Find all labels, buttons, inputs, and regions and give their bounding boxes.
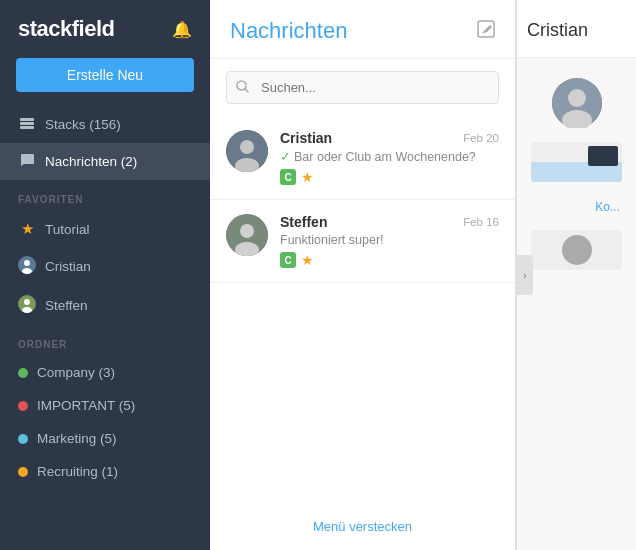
bell-icon[interactable]: 🔔 bbox=[172, 20, 192, 39]
svg-point-7 bbox=[24, 299, 30, 305]
message-badges-cristian: C ★ bbox=[280, 169, 499, 185]
right-panel-content: Ko... bbox=[517, 58, 636, 282]
svg-rect-2 bbox=[20, 126, 34, 129]
sidebar: stackfield 🔔 Erstelle Neu Stacks (156) N… bbox=[0, 0, 210, 550]
sidebar-item-important[interactable]: IMPORTANT (5) bbox=[0, 389, 210, 422]
right-panel-link[interactable]: Ko... bbox=[525, 196, 628, 218]
message-list: Cristian Feb 20 ✓Bar oder Club am Wochen… bbox=[210, 116, 515, 503]
badge-c-steffen: C bbox=[280, 252, 296, 268]
message-body-steffen: Steffen Feb 16 Funktioniert super! C ★ bbox=[280, 214, 499, 268]
star-icon: ★ bbox=[18, 220, 36, 238]
message-body-cristian: Cristian Feb 20 ✓Bar oder Club am Wochen… bbox=[280, 130, 499, 185]
right-panel-avatar bbox=[552, 78, 602, 128]
svg-point-13 bbox=[240, 140, 254, 154]
create-new-button[interactable]: Erstelle Neu bbox=[16, 58, 194, 92]
checkmark-icon: ✓ bbox=[280, 150, 291, 164]
company-label: Company (3) bbox=[37, 365, 115, 380]
recruiting-dot bbox=[18, 467, 28, 477]
message-date-cristian: Feb 20 bbox=[463, 132, 499, 144]
cristian-fav-icon bbox=[18, 256, 36, 277]
sidebar-item-stacks[interactable]: Stacks (156) bbox=[0, 106, 210, 143]
sidebar-item-company[interactable]: Company (3) bbox=[0, 356, 210, 389]
search-input[interactable] bbox=[226, 71, 499, 104]
marketing-dot bbox=[18, 434, 28, 444]
main-panel: Nachrichten bbox=[210, 0, 516, 550]
message-date-steffen: Feb 16 bbox=[463, 216, 499, 228]
sidebar-header: stackfield 🔔 bbox=[0, 0, 210, 54]
right-panel: › Cristian Ko... bbox=[516, 0, 636, 550]
stacks-label: Stacks (156) bbox=[45, 117, 121, 132]
message-item-cristian[interactable]: Cristian Feb 20 ✓Bar oder Club am Wochen… bbox=[210, 116, 515, 200]
message-badges-steffen: C ★ bbox=[280, 252, 499, 268]
message-preview-cristian: ✓Bar oder Club am Wochenende? bbox=[280, 149, 499, 164]
search-icon bbox=[236, 80, 249, 96]
steffen-fav-label: Steffen bbox=[45, 298, 88, 313]
right-panel-toggle-button[interactable]: › bbox=[517, 255, 533, 295]
main-title: Nachrichten bbox=[230, 18, 347, 44]
svg-point-19 bbox=[568, 89, 586, 107]
sidebar-item-steffen[interactable]: Steffen bbox=[0, 286, 210, 325]
menu-toggle-button[interactable]: Menü verstecken bbox=[210, 503, 515, 550]
message-item-steffen[interactable]: Steffen Feb 16 Funktioniert super! C ★ bbox=[210, 200, 515, 283]
nachrichten-label: Nachrichten (2) bbox=[45, 154, 137, 169]
cristian-fav-label: Cristian bbox=[45, 259, 91, 274]
favoriten-section-label: FAVORITEN bbox=[0, 180, 210, 211]
search-bar bbox=[226, 71, 499, 104]
company-dot bbox=[18, 368, 28, 378]
avatar-steffen bbox=[226, 214, 268, 256]
main-header: Nachrichten bbox=[210, 0, 515, 59]
message-sender-cristian: Cristian bbox=[280, 130, 332, 146]
message-preview-steffen: Funktioniert super! bbox=[280, 233, 499, 247]
marketing-label: Marketing (5) bbox=[37, 431, 117, 446]
svg-point-8 bbox=[22, 307, 32, 313]
important-label: IMPORTANT (5) bbox=[37, 398, 135, 413]
app-logo: stackfield bbox=[18, 16, 115, 42]
message-top-row: Cristian Feb 20 bbox=[280, 130, 499, 146]
right-panel-title: Cristian bbox=[517, 0, 636, 58]
steffen-fav-icon bbox=[18, 295, 36, 316]
sidebar-item-recruiting[interactable]: Recruiting (1) bbox=[0, 455, 210, 488]
recruiting-label: Recruiting (1) bbox=[37, 464, 118, 479]
message-top-row-steffen: Steffen Feb 16 bbox=[280, 214, 499, 230]
tutorial-label: Tutorial bbox=[45, 222, 90, 237]
svg-point-4 bbox=[24, 260, 30, 266]
star-badge-steffen: ★ bbox=[301, 252, 314, 268]
avatar-cristian bbox=[226, 130, 268, 172]
badge-c-cristian: C bbox=[280, 169, 296, 185]
star-badge-cristian: ★ bbox=[301, 169, 314, 185]
sidebar-item-nachrichten[interactable]: Nachrichten (2) bbox=[0, 143, 210, 180]
stacks-icon bbox=[18, 115, 36, 134]
sidebar-item-cristian[interactable]: Cristian bbox=[0, 247, 210, 286]
ordner-section-label: ORDNER bbox=[0, 325, 210, 356]
svg-rect-1 bbox=[20, 122, 34, 125]
svg-point-5 bbox=[22, 268, 32, 274]
important-dot bbox=[18, 401, 28, 411]
compose-icon[interactable] bbox=[477, 20, 495, 42]
sidebar-item-tutorial[interactable]: ★ Tutorial bbox=[0, 211, 210, 247]
message-sender-steffen: Steffen bbox=[280, 214, 327, 230]
sidebar-item-marketing[interactable]: Marketing (5) bbox=[0, 422, 210, 455]
nachrichten-icon bbox=[18, 152, 36, 171]
svg-point-16 bbox=[240, 224, 254, 238]
svg-rect-0 bbox=[20, 118, 34, 121]
svg-line-11 bbox=[245, 89, 248, 92]
